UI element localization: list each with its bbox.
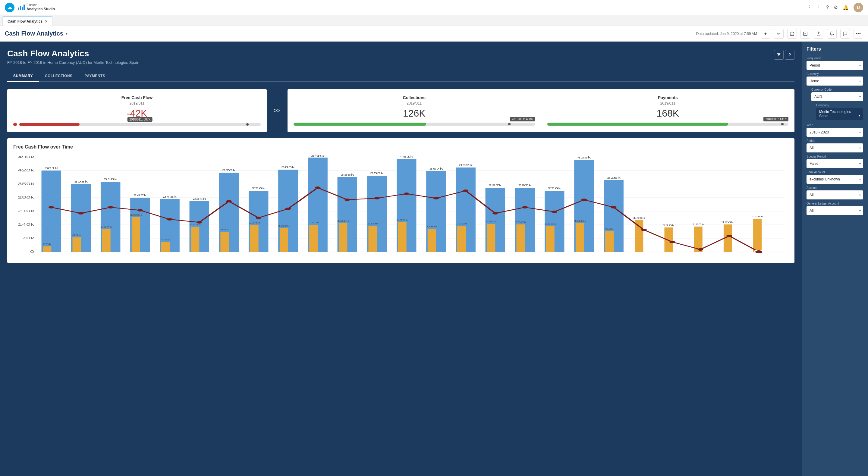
chart-wrapper: 490k 420k 350k 280k 210k 140k 70k 0	[13, 155, 788, 257]
share-button[interactable]	[814, 29, 824, 38]
dashboard: Cash Flow Analytics FY 2018 to FY 2019 i…	[0, 41, 802, 476]
salesforce-logo[interactable]: ☁	[5, 3, 14, 12]
svg-text:280k: 280k	[18, 195, 34, 199]
account-select[interactable]: All	[807, 190, 863, 199]
currency-wrapper[interactable]: Home	[807, 76, 863, 86]
svg-text:385k: 385k	[281, 166, 296, 169]
svg-point-68	[167, 218, 173, 221]
bar-orange-16[interactable]	[487, 224, 495, 252]
star-button[interactable]: ✦	[761, 29, 770, 38]
svg-text:114k: 114k	[189, 223, 202, 226]
help-icon[interactable]: ?	[826, 5, 829, 10]
edit-button[interactable]: ✏	[774, 29, 784, 38]
avatar[interactable]: U	[854, 3, 863, 12]
gl-account-select[interactable]: All	[807, 206, 863, 215]
bar-orange-3[interactable]	[102, 229, 111, 252]
main-content: Cash Flow Analytics FY 2018 to FY 2019 i…	[0, 41, 868, 476]
nav-left: ☁ Einstein Analytics Studio	[5, 3, 55, 12]
bar-orange-19[interactable]	[576, 223, 584, 252]
bar-orange-8[interactable]	[250, 225, 258, 252]
clip-button[interactable]	[801, 29, 810, 38]
tab-close-icon[interactable]: ×	[45, 19, 47, 24]
fcf-bar: 2018/011: 307K	[13, 123, 261, 126]
pay-period: 2019/011	[547, 101, 789, 105]
frequency-select[interactable]: Period	[807, 61, 863, 70]
gl-account-label: General Ledger Account	[807, 202, 863, 205]
svg-text:119k: 119k	[456, 222, 468, 225]
year-wrapper[interactable]: 2018 - 2020	[807, 128, 863, 137]
bar-orange-6[interactable]	[191, 227, 199, 252]
filter-currency-code: Currency Code AUD	[807, 88, 863, 101]
svg-text:44k: 44k	[161, 238, 170, 241]
svg-text:425k: 425k	[577, 156, 591, 159]
currency-label: Currency	[807, 72, 863, 75]
bar-blue-1[interactable]	[41, 170, 61, 252]
period-wrapper[interactable]: All	[807, 144, 863, 153]
svg-text:124k: 124k	[248, 221, 261, 224]
bar-orange-18[interactable]	[546, 226, 555, 252]
svg-text:438k: 438k	[311, 155, 325, 158]
page-title-dropdown[interactable]: ▾	[66, 32, 67, 36]
svg-text:125k: 125k	[307, 221, 320, 224]
svg-point-65	[78, 212, 84, 215]
bar-orange-5[interactable]	[161, 242, 170, 252]
save-button[interactable]	[787, 29, 797, 38]
bar-orange-12[interactable]	[368, 226, 377, 252]
svg-point-74	[344, 198, 350, 201]
kpi-arrow-nav[interactable]: >>	[270, 89, 284, 132]
svg-point-73	[315, 187, 321, 189]
svg-text:25k: 25k	[42, 243, 52, 246]
currency-code-wrapper[interactable]: AUD	[811, 92, 863, 101]
bar-orange-13[interactable]	[398, 222, 407, 252]
currency-select[interactable]: Home	[807, 76, 863, 86]
filter-icon-button[interactable]	[774, 50, 784, 60]
bar-orange-10[interactable]	[309, 225, 318, 252]
frequency-wrapper[interactable]: Period	[807, 61, 863, 70]
svg-text:131k: 131k	[574, 220, 587, 222]
currency-code-select[interactable]: AUD	[811, 92, 863, 101]
question-icon-button[interactable]: ?	[785, 50, 795, 60]
svg-text:276k: 276k	[252, 187, 266, 190]
bar-orange-14[interactable]	[428, 229, 436, 252]
bar-orange-1[interactable]	[43, 247, 51, 252]
bar-orange-20[interactable]	[605, 231, 614, 252]
tab-payments[interactable]: PAYMENTS	[79, 71, 112, 81]
bar-orange-25[interactable]	[753, 219, 762, 252]
svg-point-80	[522, 206, 528, 209]
company-value[interactable]: Merlin Technologies Spain ▾	[816, 108, 863, 120]
filter-year: Year 2018 - 2020	[807, 124, 863, 137]
tab-cash-flow-analytics[interactable]: Cash Flow Analytics ×	[2, 17, 53, 26]
bar-orange-2[interactable]	[72, 237, 81, 252]
special-period-wrapper[interactable]: False	[807, 159, 863, 168]
svg-point-79	[493, 212, 498, 215]
svg-point-64	[49, 206, 54, 209]
bar-orange-15[interactable]	[457, 226, 466, 252]
settings-icon[interactable]: ⚙	[834, 4, 838, 10]
grid-icon[interactable]: ⋮⋮⋮	[807, 4, 821, 10]
bar-orange-7[interactable]	[220, 232, 229, 252]
year-select[interactable]: 2018 - 2020	[807, 128, 863, 137]
gl-account-wrapper[interactable]: All	[807, 206, 863, 215]
special-period-select[interactable]: False	[807, 159, 863, 168]
svg-text:297k: 297k	[489, 184, 503, 187]
bar-orange-4[interactable]	[132, 217, 140, 252]
bar-orange-21[interactable]	[635, 220, 643, 252]
svg-point-67	[137, 209, 143, 212]
chat-button[interactable]	[840, 29, 850, 38]
tab-summary[interactable]: SUMMARY	[7, 71, 39, 82]
col-bar: 2018/011: 438K	[293, 123, 535, 126]
bar-orange-17[interactable]	[516, 224, 525, 252]
bar-orange-11[interactable]	[339, 223, 347, 252]
period-select[interactable]: All	[807, 144, 863, 153]
svg-point-88	[755, 250, 763, 254]
bank-account-wrapper[interactable]: excludes Unknown	[807, 175, 863, 184]
filter-period: Period All	[807, 139, 863, 153]
bell-icon[interactable]: 🔔	[843, 4, 849, 10]
filters-title: Filters	[807, 46, 863, 52]
account-wrapper[interactable]: All	[807, 190, 863, 199]
more-button[interactable]: •••	[854, 29, 863, 38]
bank-account-select[interactable]: excludes Unknown	[807, 175, 863, 184]
notification-button[interactable]	[827, 29, 837, 38]
tab-collections[interactable]: COLLECTIONS	[39, 71, 79, 81]
bar-orange-9[interactable]	[280, 228, 288, 252]
